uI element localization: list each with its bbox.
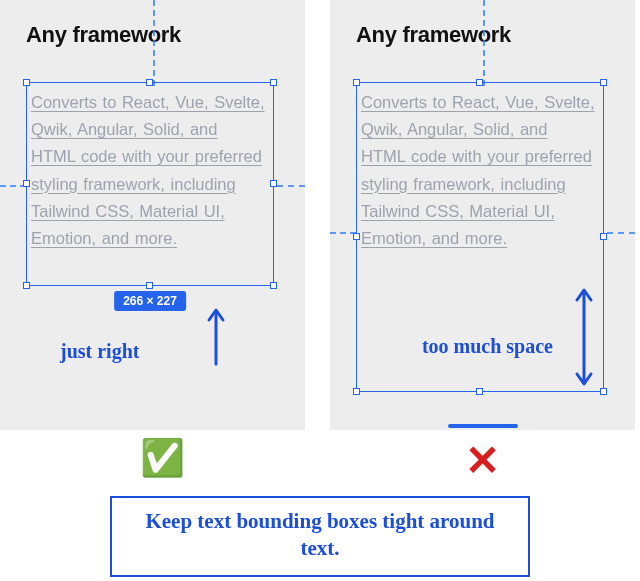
vertical-guide [153, 0, 155, 86]
vertical-guide [483, 0, 485, 86]
resize-handle[interactable] [23, 79, 30, 86]
check-icon: ✅ [140, 440, 185, 482]
resize-handle[interactable] [270, 79, 277, 86]
horizontal-guide [277, 185, 305, 187]
resize-handle[interactable] [23, 282, 30, 289]
resize-handle[interactable] [353, 79, 360, 86]
resize-handle[interactable] [146, 282, 153, 289]
resize-handle[interactable] [476, 388, 483, 395]
resize-handle[interactable] [600, 233, 607, 240]
resize-handle[interactable] [600, 79, 607, 86]
resize-handle[interactable] [23, 180, 30, 187]
resize-handle[interactable] [600, 388, 607, 395]
body-text-right: Converts to React, Vue, Svelte, Qwik, An… [357, 83, 603, 252]
dimension-badge: 266 × 227 [114, 291, 186, 311]
horizontal-guide [607, 232, 635, 234]
comparison-panels: Any framework Converts to React, Vue, Sv… [0, 0, 640, 430]
body-text-left: Converts to React, Vue, Svelte, Qwik, An… [27, 83, 273, 252]
resize-handle[interactable] [270, 180, 277, 187]
panel-bad: Any framework Converts to React, Vue, Sv… [330, 0, 635, 430]
double-arrow-icon [573, 282, 595, 396]
verdict-row: ✅ ✕ [0, 440, 640, 482]
caption-text: Keep text bounding boxes tight around te… [132, 508, 508, 563]
resize-handle[interactable] [353, 388, 360, 395]
resize-handle[interactable] [353, 233, 360, 240]
resize-handle[interactable] [146, 79, 153, 86]
panel-good: Any framework Converts to React, Vue, Sv… [0, 0, 305, 430]
cross-icon: ✕ [465, 440, 500, 482]
text-bounding-box-good[interactable]: Converts to React, Vue, Svelte, Qwik, An… [26, 82, 274, 286]
arrow-up-icon [206, 306, 226, 370]
caption-box: Keep text bounding boxes tight around te… [110, 496, 530, 577]
resize-handle[interactable] [270, 282, 277, 289]
annotation-just-right: just right [60, 340, 139, 363]
resize-handle[interactable] [476, 79, 483, 86]
width-indicator [448, 424, 518, 428]
annotation-too-much-space: too much space [422, 335, 553, 358]
